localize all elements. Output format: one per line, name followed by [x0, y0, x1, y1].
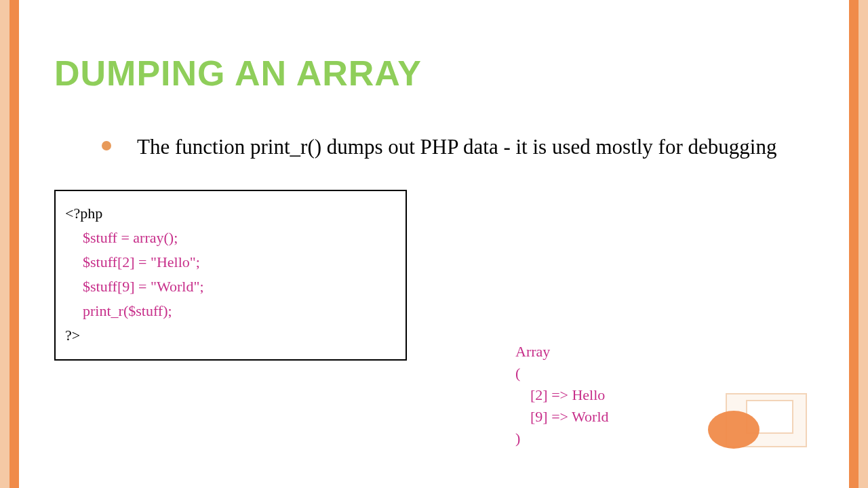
code-line-1: $stuff = array(); — [65, 229, 396, 247]
code-line-2: $stuff[2] = "Hello"; — [65, 253, 396, 271]
decor-rect-front — [746, 400, 793, 434]
code-line-open: <?php — [65, 205, 396, 222]
code-line-3: $stuff[9] = "World"; — [65, 278, 396, 296]
output-block: Array ( [2] => Hello [9] => World ) — [515, 339, 609, 451]
output-line-4: [9] => World — [515, 408, 609, 426]
decor-stripe-left-inner — [9, 0, 19, 488]
code-line-close: ?> — [65, 327, 396, 344]
code-line-4: print_r($stuff); — [65, 302, 396, 320]
decor-ellipse — [708, 411, 760, 449]
bullet-icon — [102, 141, 111, 150]
decor-stripe-right-outer — [859, 0, 868, 488]
decor-rect-back — [726, 393, 807, 447]
code-block: <?php $stuff = array(); $stuff[2] = "Hel… — [54, 190, 407, 361]
bullet-text: The function print_r() dumps out PHP dat… — [137, 133, 776, 161]
decor-stripe-right-inner — [849, 0, 859, 488]
output-line-1: Array — [515, 343, 609, 361]
decor-rects — [712, 380, 807, 447]
output-line-2: ( — [515, 365, 609, 382]
decor-stripe-left-outer — [0, 0, 9, 488]
slide-body: DUMPING AN ARRAY The function print_r() … — [27, 0, 841, 488]
output-line-3: [2] => Hello — [515, 386, 609, 404]
slide-title: DUMPING AN ARRAY — [54, 53, 814, 94]
output-line-5: ) — [515, 430, 609, 447]
bullet-item: The function print_r() dumps out PHP dat… — [102, 133, 814, 161]
